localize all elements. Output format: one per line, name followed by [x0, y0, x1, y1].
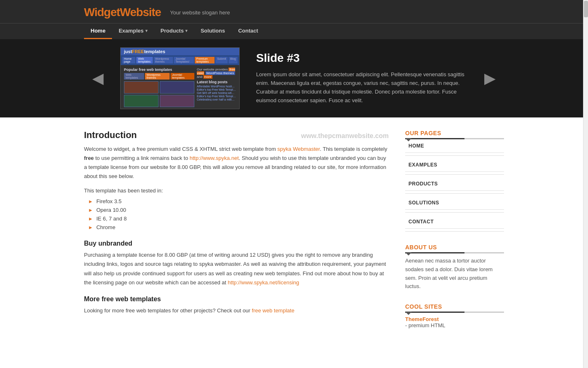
slide-blog-label: Latest blog posts	[197, 80, 236, 84]
sidebar-about-heading: ABOUT US	[405, 244, 504, 251]
slide-content: Slide #3 Lorem ipsum dolor sit amet, con…	[256, 52, 468, 105]
themeforest-link[interactable]: ThemeForest	[405, 316, 504, 322]
slide-popular-label: Popular free web templates	[124, 68, 194, 72]
slide-blog-link: Editor's top Free Web Templates page to …	[197, 88, 236, 91]
sidebar-cool-section: COOL SITES ThemeForest - premium HTML	[405, 303, 504, 328]
sidebar-item-contact[interactable]: CONTACT	[405, 215, 504, 229]
slide-text: Lorem ipsum dolor sit amet, consectetuer…	[256, 70, 468, 105]
watermark: www.thepcmanwebsite.com	[301, 132, 389, 140]
slide-logo: justFREEtemplates	[124, 49, 165, 54]
divider	[405, 212, 504, 213]
list-item: ►Firefox 3.5	[88, 197, 389, 206]
more-title: More free web templates	[84, 295, 389, 303]
spyka-net-link[interactable]: http://www.spyka.net	[190, 155, 239, 161]
sidebar-cool-heading: COOL SITES	[405, 303, 504, 310]
spyka-link[interactable]: spyka Webmaster	[278, 146, 320, 152]
free-template-link[interactable]: free web template	[252, 307, 294, 314]
slide-blog-link: Affordable WordPress hosting page for si…	[197, 85, 236, 88]
buy-paragraph: Purchasing a template license for 8.00 G…	[84, 251, 389, 287]
buy-title: Buy unbranded	[84, 240, 389, 247]
slide-tab: Wordpress themes	[154, 57, 173, 63]
sidebar-divider	[405, 252, 504, 253]
logo-orange: Website	[120, 6, 161, 19]
main-content: Introduction www.thepcmanwebsite.com Wel…	[68, 130, 520, 341]
slide-blog-link: Get $45 off web hosting with Dreamweaver…	[197, 91, 236, 94]
slide-template-thumb	[160, 95, 194, 107]
slide-tab: Joomla! Templates!	[174, 57, 194, 63]
bullet-arrow-icon: ►	[88, 207, 93, 213]
sidebar-item-products[interactable]: PRODUCTS	[405, 177, 504, 191]
slider-prev-button[interactable]: ◀	[92, 70, 104, 87]
slider-next-button[interactable]: ▶	[484, 70, 496, 87]
sidebar-item-solutions[interactable]: SOLUTIONS	[405, 196, 504, 210]
logo-white: Widget	[84, 6, 120, 19]
nav: Home Examples ▾ Products ▾ Solutions Con…	[0, 23, 588, 39]
cool-site-desc: - premium HTML	[405, 322, 446, 328]
chevron-down-icon: ▾	[145, 28, 147, 33]
slide-image: justFREEtemplates Home page Web template…	[120, 47, 240, 109]
slide-title: Slide #3	[256, 52, 468, 65]
nav-item-home[interactable]: Home	[84, 23, 112, 39]
slide-promo-text: Our website provides free valid WordPres…	[197, 68, 236, 79]
sidebar-item-examples[interactable]: EXAMPLES	[405, 158, 504, 172]
list-item: ►IE 6, 7 and 8	[88, 214, 389, 223]
sidebar-about-section: ABOUT US Aenean nec massa a tortor aucto…	[405, 244, 504, 291]
divider	[405, 231, 504, 232]
divider	[405, 155, 504, 156]
divider	[405, 193, 504, 194]
slide-tab: Premium templates	[195, 57, 215, 63]
slider: ◀ justFREEtemplates Home page Web templa…	[0, 39, 588, 117]
slide-tab: Blog	[229, 57, 238, 63]
logo: WidgetWebsite	[84, 6, 161, 19]
chevron-down-icon: ▾	[185, 28, 187, 33]
header: WidgetWebsite Your website slogan here	[0, 0, 588, 23]
slide-blog-link: Editor's top Free Web Templates page for…	[197, 95, 236, 98]
slide-blog-link: Celebrating over half a million template…	[197, 98, 236, 101]
sidebar-about-text: Aenean nec massa a tortor auctor sodales…	[405, 253, 504, 291]
nav-item-products[interactable]: Products ▾	[154, 23, 194, 39]
cool-site-entry: ThemeForest - premium HTML	[405, 316, 504, 328]
licensing-link[interactable]: http://www.spyka.net/licensing	[228, 279, 299, 286]
nav-item-examples[interactable]: Examples ▾	[112, 23, 154, 39]
slide-template-thumb	[160, 81, 194, 94]
scrollbar[interactable]	[583, 0, 588, 353]
slide-tab: Web templates	[136, 57, 152, 63]
slide-tag: Wordpress themes	[145, 73, 170, 80]
tested-list: ►Firefox 3.5 ►Opera 10.00 ►IE 6, 7 and 8…	[88, 197, 389, 232]
scrollbar-thumb[interactable]	[584, 1, 588, 17]
list-item: ►Opera 10.00	[88, 206, 389, 214]
sidebar-divider	[405, 138, 504, 139]
intro-title: Introduction www.thepcmanwebsite.com	[84, 130, 389, 141]
intro-paragraph-1: Welcome to widget, a free premium valid …	[84, 145, 389, 181]
slogan: Your website slogan here	[170, 9, 230, 16]
sidebar: OUR PAGES HOME EXAMPLES PRODUCTS SOLUTIO…	[405, 130, 504, 341]
slide-template-thumb	[124, 81, 159, 94]
list-item: ►Chrome	[88, 223, 389, 232]
bullet-arrow-icon: ►	[88, 199, 93, 204]
divider	[405, 174, 504, 175]
bullet-arrow-icon: ►	[88, 225, 93, 230]
slide-tag: Web templates	[124, 73, 144, 80]
more-paragraph: Looking for more free web templates for …	[84, 306, 389, 315]
slide-tab: Submit	[215, 57, 228, 63]
nav-item-contact[interactable]: Contact	[231, 23, 264, 39]
slide-tag: Joomla! templates	[170, 73, 194, 80]
nav-item-solutions[interactable]: Solutions	[194, 23, 231, 39]
sidebar-item-home[interactable]: HOME	[405, 139, 504, 153]
tested-label: This template has been tested in:	[84, 188, 389, 194]
slide-tab: Home page	[122, 57, 135, 63]
sidebar-pages-section: OUR PAGES HOME EXAMPLES PRODUCTS SOLUTIO…	[405, 130, 504, 232]
sidebar-pages-heading: OUR PAGES	[405, 130, 504, 136]
sidebar-divider	[405, 312, 504, 313]
bullet-arrow-icon: ►	[88, 216, 93, 222]
slide-template-thumb	[124, 95, 159, 107]
content-area: Introduction www.thepcmanwebsite.com Wel…	[84, 130, 389, 341]
